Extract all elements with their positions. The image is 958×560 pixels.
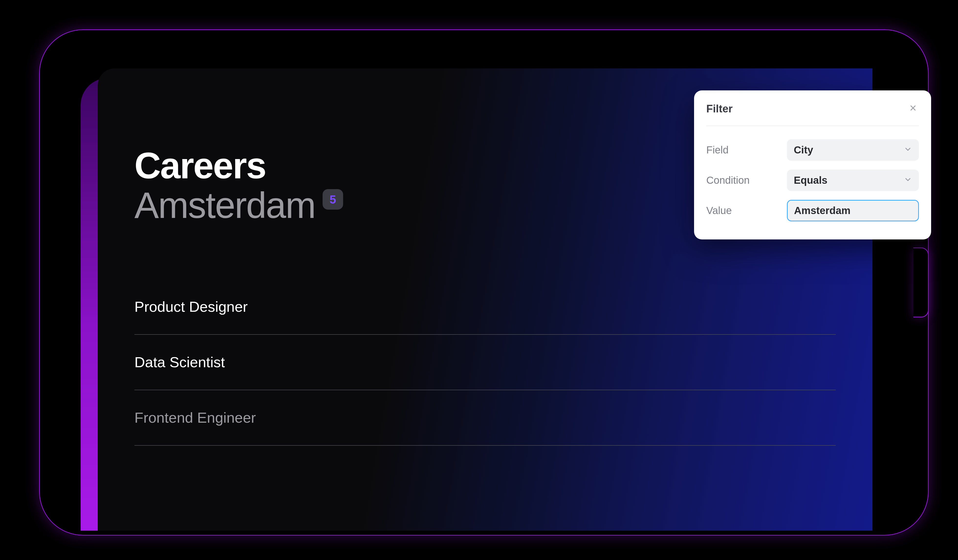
chevron-down-icon: [904, 144, 912, 156]
job-title: Product Designer: [135, 298, 248, 315]
list-item[interactable]: Data Scientist: [135, 335, 836, 390]
popover-title: Filter: [706, 103, 733, 115]
filter-row-condition: Condition Equals: [706, 165, 919, 195]
list-item[interactable]: Frontend Engineer: [135, 390, 836, 446]
result-count-badge: 5: [323, 189, 343, 209]
filter-popover: Filter Field City Condition Equals Value: [694, 90, 931, 240]
page-subtitle: Amsterdam: [135, 185, 315, 225]
chevron-down-icon: [904, 175, 912, 186]
condition-select-value: Equals: [794, 175, 828, 186]
condition-label: Condition: [706, 175, 750, 186]
job-title: Frontend Engineer: [135, 409, 256, 426]
close-icon: [909, 103, 917, 114]
field-label: Field: [706, 144, 728, 156]
close-button[interactable]: [907, 103, 919, 114]
condition-select[interactable]: Equals: [787, 170, 919, 191]
value-input[interactable]: [787, 200, 919, 221]
job-title: Data Scientist: [135, 354, 225, 370]
value-label: Value: [706, 205, 732, 216]
filter-row-field: Field City: [706, 135, 919, 165]
popover-header: Filter: [706, 103, 919, 126]
filter-row-value: Value: [706, 195, 919, 226]
field-select-value: City: [794, 144, 813, 156]
list-item[interactable]: Product Designer: [135, 279, 836, 335]
field-select[interactable]: City: [787, 139, 919, 161]
jobs-list: Product Designer Data Scientist Frontend…: [98, 225, 872, 446]
